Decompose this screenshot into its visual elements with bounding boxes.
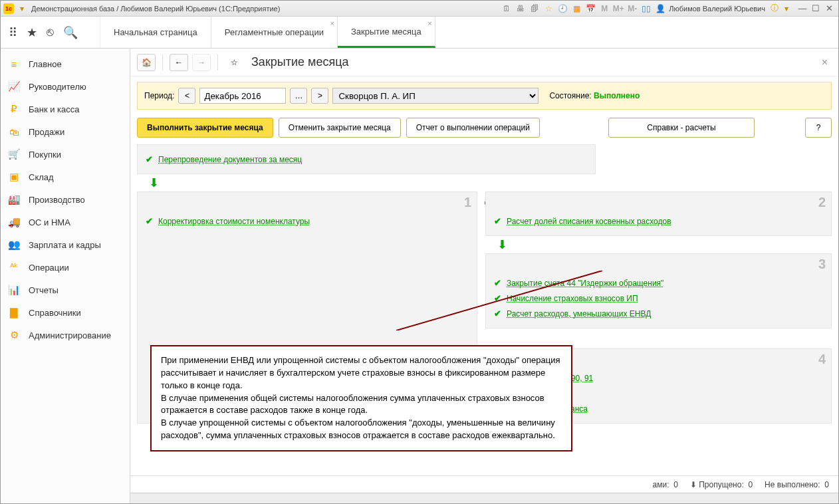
cancel-close-button[interactable]: Отменить закрытие месяца [279, 118, 401, 138]
sidebar-item-production[interactable]: 🏭Производство [1, 188, 130, 211]
sidebar-item-operations[interactable]: ᴬᵏОперации [1, 256, 130, 279]
calc-icon[interactable]: ▦ [570, 3, 582, 15]
star-button[interactable]: ☆ [225, 54, 243, 71]
check-icon: ✔ [494, 293, 501, 303]
period-next-button[interactable]: > [311, 88, 328, 104]
tab-close-icon[interactable]: × [427, 19, 431, 27]
check-icon: ✔ [146, 154, 153, 164]
report-button[interactable]: Отчет о выполнении операций [406, 118, 540, 138]
info-icon[interactable]: ⓘ [771, 3, 779, 14]
favorite-icon[interactable]: ☆ [542, 3, 554, 15]
sections-icon[interactable]: ⠿ [9, 25, 17, 40]
op-link-indirect[interactable]: Расчет долей списания косвенных расходов [507, 217, 671, 226]
close-button[interactable]: ✕ [822, 3, 836, 14]
stage-number: 2 [818, 195, 826, 210]
check-icon: ✔ [494, 309, 501, 318]
people-icon: 👥 [7, 239, 21, 251]
warehouse-icon: ▣ [7, 171, 21, 183]
period-prev-button[interactable]: < [178, 88, 195, 104]
callout-tooltip: При применении ЕНВД или упрощенной систе… [150, 345, 572, 451]
truck-icon: 🚚 [7, 216, 21, 228]
window-title: Демонстрационная база / Любимов Валерий … [31, 5, 501, 13]
op-link-correction[interactable]: Корректировка стоимости номенклатуры [158, 217, 310, 226]
sidebar-item-refs[interactable]: ▇Справочники [1, 301, 130, 324]
maximize-button[interactable]: ☐ [809, 3, 822, 14]
sidebar-item-sales[interactable]: 🛍Продажи [1, 120, 130, 143]
home-button[interactable]: 🏠 [137, 54, 156, 71]
history-nav-icon[interactable]: ⎋ [47, 25, 54, 39]
main-icon: ≡ [7, 59, 21, 70]
back-button[interactable]: ← [170, 54, 188, 71]
references-button[interactable]: Справки - расчеты [608, 118, 755, 138]
stage-number: 3 [818, 257, 826, 272]
sidebar-item-purchases[interactable]: 🛒Покупки [1, 143, 130, 166]
info-dropdown[interactable]: ▾ [781, 3, 792, 14]
period-input[interactable] [199, 88, 286, 104]
stage-3: 3 ✔Закрытие счета 44 "Издержки обращения… [485, 253, 832, 328]
stages-area: ✔Перепроведение документов за месяц ⬇ 1 … [130, 144, 838, 475]
horizontal-scrollbar[interactable] [130, 493, 838, 503]
chart-icon: 📈 [7, 80, 21, 92]
params-bar: Период: < … > Скворцов П. А. ИП Состояни… [137, 82, 832, 110]
sidebar-item-warehouse[interactable]: ▣Склад [1, 166, 130, 188]
favorites-icon[interactable]: ★ [27, 25, 37, 40]
help-button[interactable]: ? [805, 118, 832, 138]
org-select[interactable]: Скворцов П. А. ИП [332, 88, 539, 104]
op-link-reprov[interactable]: Перепроведение документов за месяц [158, 155, 302, 164]
callout-text: При применении ЕНВД или упрощенной систе… [161, 355, 560, 440]
reports-icon: 📊 [7, 284, 21, 296]
check-icon: ✔ [494, 278, 501, 288]
stage-number: 4 [818, 352, 826, 367]
sidebar-item-bank[interactable]: ₽Банк и касса [1, 98, 130, 120]
sidebar-item-main[interactable]: ≡Главное [1, 53, 130, 75]
period-choose-button[interactable]: … [290, 88, 307, 104]
sidebar-item-reports[interactable]: 📊Отчеты [1, 279, 130, 301]
tab-monthclose[interactable]: Закрытие месяца× [338, 17, 435, 48]
state-value: Выполнено [594, 91, 640, 100]
gear-icon: ⚙ [7, 329, 21, 341]
sidebar-item-hr[interactable]: 👥Зарплата и кадры [1, 233, 130, 256]
minimize-button[interactable]: — [796, 3, 809, 14]
down-icon: ⬇ [690, 480, 697, 489]
m-plus-icon[interactable]: M+ [612, 3, 624, 15]
app-menu-dropdown[interactable]: ▾ [17, 3, 27, 14]
toolbar-icon-3[interactable]: 🗐 [529, 3, 540, 15]
forward-button[interactable]: → [192, 54, 211, 71]
top-toolbar: ⠿ ★ ⎋ 🔍 Начальная страница Регламентные … [1, 17, 838, 49]
ops-icon: ᴬᵏ [7, 261, 21, 273]
arrow-down-icon: ⬇ [497, 237, 832, 252]
arrow-down-icon: ⬇ [149, 176, 832, 190]
toolbar-icon-1[interactable]: 🗓 [501, 3, 513, 15]
book-icon: ▇ [7, 307, 21, 318]
execute-button[interactable]: Выполнить закрытие месяца [137, 118, 273, 138]
current-user: Любимов Валерий Юрьевич [669, 5, 765, 13]
sidebar: ≡Главное 📈Руководителю ₽Банк и касса 🛍Пр… [1, 49, 130, 503]
stage-2: 2 ✔Расчет долей списания косвенных расхо… [485, 191, 832, 236]
user-icon: 👤 [654, 3, 666, 15]
app-logo-icon: 1c [3, 3, 14, 14]
search-icon[interactable]: 🔍 [63, 25, 78, 40]
op-link-envd-expenses[interactable]: Расчет расходов, уменьшающих ЕНВД [507, 309, 651, 318]
m-minus-icon[interactable]: M- [626, 3, 638, 15]
tab-home[interactable]: Начальная страница [100, 17, 211, 48]
m-icon[interactable]: M [598, 3, 610, 15]
sidebar-item-admin[interactable]: ⚙Администрирование [1, 324, 130, 346]
close-page-button[interactable]: × [818, 57, 832, 68]
factory-icon: 🏭 [7, 193, 21, 205]
panel-icon[interactable]: ▯▯ [640, 3, 652, 15]
sidebar-item-assets[interactable]: 🚚ОС и НМА [1, 211, 130, 233]
toolbar-icon-2[interactable]: 🖶 [515, 3, 527, 15]
period-label: Период: [144, 91, 174, 100]
tab-close-icon[interactable]: × [330, 19, 334, 27]
cart-icon: 🛒 [7, 148, 21, 160]
check-icon: ✔ [494, 216, 501, 226]
op-link-insurance[interactable]: Начисление страховых взносов ИП [507, 294, 638, 303]
tab-regops[interactable]: Регламентные операции× [211, 17, 338, 48]
history-icon[interactable]: 🕘 [556, 3, 568, 15]
actions-row: Выполнить закрытие месяца Отменить закры… [130, 115, 838, 144]
calendar-icon[interactable]: 📅 [584, 3, 596, 15]
window-titlebar: 1c ▾ Демонстрационная база / Любимов Вал… [1, 1, 838, 17]
sidebar-item-manager[interactable]: 📈Руководителю [1, 75, 130, 98]
op-link-acc44[interactable]: Закрытие счета 44 "Издержки обращения" [507, 279, 663, 288]
stage-reprov: ✔Перепроведение документов за месяц [137, 144, 596, 174]
